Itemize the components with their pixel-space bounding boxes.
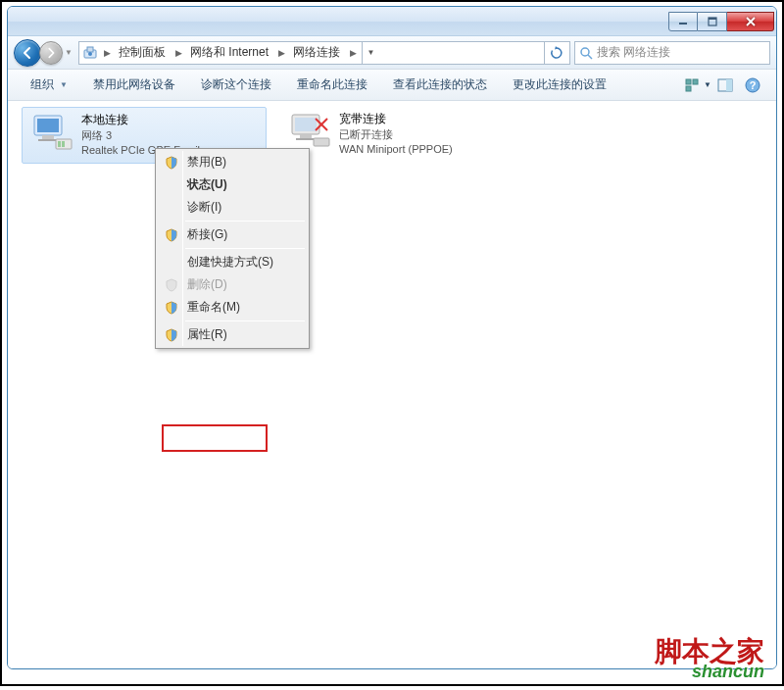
- svg-rect-24: [300, 134, 312, 138]
- connection-device: WAN Miniport (PPPOE): [339, 142, 453, 157]
- search-icon: [579, 46, 593, 60]
- connection-network: 网络 3: [81, 128, 209, 143]
- svg-rect-16: [37, 119, 59, 132]
- toolbar-help-button[interactable]: ?: [739, 74, 766, 97]
- location-icon: [81, 44, 99, 62]
- search-input[interactable]: 搜索 网络连接: [574, 41, 770, 65]
- address-dropdown-button[interactable]: ▼: [362, 41, 379, 65]
- explorer-window: ▼ ▶ 控制面板 ▶ 网络和 Internet ▶ 网络连接 ▶ ▼ 搜索 网络…: [7, 6, 777, 669]
- chevron-right-icon[interactable]: ▶: [348, 48, 359, 58]
- shield-icon: [163, 226, 180, 244]
- svg-rect-12: [726, 79, 732, 91]
- broadband-adapter-icon: [286, 111, 333, 150]
- toolbar-disable-device[interactable]: 禁用此网络设备: [80, 71, 188, 99]
- toolbar-change-settings[interactable]: 更改此连接的设置: [500, 71, 619, 99]
- nav-back-button[interactable]: [14, 39, 41, 67]
- svg-rect-9: [693, 79, 698, 84]
- svg-rect-28: [314, 138, 329, 146]
- context-menu: 禁用(B) 状态(U) 诊断(I) 桥接(G) 创建快捷方式(S) 删除(D) …: [155, 148, 310, 349]
- toolbar-organize[interactable]: 组织▼: [18, 71, 80, 99]
- toolbar-preview-pane-button[interactable]: [711, 74, 739, 97]
- search-placeholder: 搜索 网络连接: [597, 44, 670, 61]
- context-menu-delete: 删除(D): [158, 273, 307, 296]
- svg-rect-23: [295, 118, 317, 131]
- connection-name: 宽带连接: [339, 111, 453, 127]
- toolbar-rename[interactable]: 重命名此连接: [284, 71, 380, 99]
- breadcrumb-segment[interactable]: 网络连接: [290, 41, 345, 64]
- nav-history-dropdown[interactable]: ▼: [63, 43, 74, 63]
- svg-rect-2: [709, 18, 716, 20]
- chevron-right-icon[interactable]: ▶: [102, 48, 113, 58]
- svg-rect-21: [62, 141, 65, 147]
- context-menu-bridge[interactable]: 桥接(G): [158, 223, 307, 246]
- toolbar-view-status[interactable]: 查看此连接的状态: [380, 71, 500, 99]
- context-menu-diagnose[interactable]: 诊断(I): [158, 196, 307, 219]
- svg-rect-10: [686, 86, 691, 91]
- connection-name: 本地连接: [81, 112, 209, 128]
- chevron-right-icon[interactable]: ▶: [173, 48, 184, 58]
- address-bar[interactable]: ▶ 控制面板 ▶ 网络和 Internet ▶ 网络连接 ▶ ▼: [78, 41, 570, 65]
- toolbar-diagnose[interactable]: 诊断这个连接: [188, 71, 284, 99]
- svg-text:?: ?: [750, 79, 757, 91]
- svg-rect-20: [58, 141, 61, 147]
- shield-icon: [163, 276, 180, 294]
- toolbar-view-button[interactable]: ▼: [681, 78, 711, 92]
- context-menu-create-shortcut[interactable]: 创建快捷方式(S): [158, 251, 307, 273]
- content-area: 本地连接 网络 3 Realtek PCIe GBE Famil... 宽带连接…: [8, 101, 776, 668]
- context-menu-disable[interactable]: 禁用(B): [158, 151, 307, 173]
- chevron-right-icon[interactable]: ▶: [276, 48, 287, 58]
- svg-point-5: [88, 52, 92, 56]
- svg-rect-25: [296, 138, 316, 140]
- maximize-button[interactable]: [698, 12, 727, 31]
- svg-rect-8: [686, 79, 691, 84]
- shield-icon: [163, 154, 180, 172]
- network-adapter-icon: [28, 112, 75, 151]
- nav-forward-button[interactable]: [39, 41, 63, 65]
- toolbar: 组织▼ 禁用此网络设备 诊断这个连接 重命名此连接 查看此连接的状态 更改此连接…: [8, 70, 776, 101]
- minimize-button[interactable]: [668, 12, 698, 31]
- annotation-highlight: [162, 424, 268, 452]
- svg-line-7: [588, 55, 592, 59]
- navbar: ▼ ▶ 控制面板 ▶ 网络和 Internet ▶ 网络连接 ▶ ▼ 搜索 网络…: [8, 36, 776, 70]
- breadcrumb-segment[interactable]: 网络和 Internet: [187, 41, 273, 64]
- svg-rect-4: [87, 47, 93, 52]
- shield-icon: [163, 326, 180, 344]
- titlebar: [8, 7, 776, 36]
- svg-rect-0: [679, 23, 687, 25]
- svg-rect-18: [38, 139, 58, 141]
- shield-icon: [163, 299, 180, 317]
- connection-item-broadband[interactable]: 宽带连接 已断开连接 WAN Miniport (PPPOE): [280, 107, 525, 162]
- svg-rect-17: [42, 135, 54, 139]
- watermark-domain: shancun: [692, 662, 764, 682]
- svg-point-6: [581, 48, 589, 56]
- context-menu-properties[interactable]: 属性(R): [158, 323, 307, 346]
- close-button[interactable]: [727, 12, 774, 31]
- breadcrumb-segment[interactable]: 控制面板: [116, 41, 171, 64]
- context-menu-status[interactable]: 状态(U): [158, 173, 307, 196]
- context-menu-rename[interactable]: 重命名(M): [158, 296, 307, 319]
- refresh-button[interactable]: [544, 41, 567, 65]
- connection-status: 已断开连接: [339, 127, 453, 142]
